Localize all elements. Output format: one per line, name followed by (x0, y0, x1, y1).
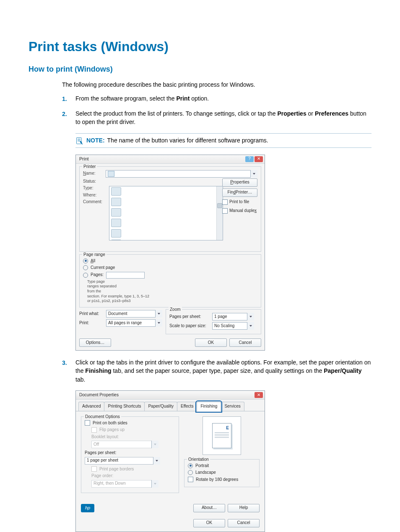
tab-printing-shortcuts[interactable]: Printing Shortcuts (104, 402, 145, 411)
group-label: Document Options (84, 414, 121, 420)
chevron-down-icon[interactable] (155, 310, 162, 318)
printer-name-dropdown[interactable] (106, 170, 257, 178)
ok-button[interactable]: OK (195, 338, 227, 347)
list-item[interactable] (109, 218, 223, 228)
name-label: Name: (83, 170, 103, 177)
tab-effects[interactable]: Effects (177, 402, 197, 411)
section-heading: How to print (Windows) (29, 64, 371, 75)
group-label: Zoom (169, 307, 182, 313)
pages-per-sheet-label: Pages per sheet: (85, 450, 175, 456)
page-range-group: Page range All Current page Pages: Type … (79, 254, 261, 307)
manual-duplex-checkbox[interactable]: Manual duplex (222, 207, 257, 214)
document-options-group: Document Options Print on both sides Fli… (81, 416, 179, 493)
step-1-text: From the software program, select the Pr… (75, 94, 371, 103)
tab-paper-quality[interactable]: Paper/Quality (144, 402, 177, 411)
step-number: 1. (62, 94, 75, 103)
chevron-down-icon (151, 441, 158, 448)
comment-label: Comment: (83, 199, 103, 205)
find-printer-button[interactable]: Find Printer… (222, 189, 257, 197)
print-what-select[interactable]: Document (106, 310, 162, 318)
printer-icon (111, 208, 121, 217)
orientation-group: Orientation Portrait Landscape Rotate by… (184, 459, 260, 488)
radio-pages[interactable]: Pages: (83, 272, 257, 279)
tabs: Advanced Printing Shortcuts Paper/Qualit… (76, 400, 265, 411)
intro-text: The following procedure describes the ba… (62, 80, 371, 89)
printer-icon (111, 198, 121, 206)
printer-icon (111, 229, 121, 238)
pages-per-sheet-select[interactable]: 1 page (212, 313, 254, 320)
chevron-down-icon[interactable] (155, 319, 162, 327)
radio-all[interactable]: All (83, 258, 257, 264)
printer-icon (111, 240, 121, 240)
pps-label: Pages per sheet: (169, 314, 210, 320)
zoom-group: Zoom Pages per sheet: 1 page Scale to pa… (166, 309, 261, 334)
dialog-titlebar: Document Properties ✕ (76, 391, 265, 400)
page-title: Print tasks (Windows) (29, 37, 371, 56)
print-page-borders-checkbox: Print page borders (91, 466, 175, 473)
pages-input[interactable] (106, 272, 145, 279)
booklet-select: Off (91, 441, 158, 448)
step-3: 3. Click or tap the tabs in the print dr… (62, 358, 371, 386)
chevron-down-icon[interactable] (250, 170, 257, 178)
print-pages-select[interactable]: All pages in range (106, 319, 162, 327)
dialog-title: Document Properties (79, 392, 119, 398)
list-item[interactable] (109, 239, 223, 240)
printer-group: Printer Name: Status: Type: Where: Comme… (79, 166, 261, 252)
list-item[interactable] (109, 207, 223, 218)
step-number: 2. (62, 109, 75, 118)
print-to-file-checkbox[interactable]: Print to file (222, 199, 257, 206)
preview-sheet-icon (212, 423, 231, 448)
chevron-down-icon (151, 480, 158, 488)
close-icon[interactable]: ✕ (255, 392, 263, 398)
group-label: Printer (82, 164, 97, 170)
ok-button[interactable]: OK (193, 519, 225, 527)
page-order-label: Page order: (91, 473, 175, 479)
scale-select[interactable]: No Scaling (212, 322, 254, 330)
list-item[interactable] (109, 197, 223, 207)
radio-current-page[interactable]: Current page (83, 265, 257, 271)
tab-finishing[interactable]: Finishing (197, 402, 221, 411)
step-2-text: Select the product from the list of prin… (75, 109, 371, 127)
note-block: NOTE:The name of the button varies for d… (75, 133, 371, 148)
booklet-label: Booklet layout: (91, 434, 175, 440)
flip-pages-checkbox: Flip pages up (91, 427, 175, 433)
tab-services[interactable]: Services (221, 402, 244, 411)
list-item[interactable] (109, 186, 223, 197)
step-number: 3. (62, 358, 75, 367)
chevron-down-icon[interactable] (247, 313, 254, 320)
radio-portrait[interactable]: Portrait (188, 463, 256, 469)
radio-landscape[interactable]: Landscape (188, 470, 256, 476)
printer-icon (111, 187, 121, 196)
step-3-text: Click or tap the tabs in the print drive… (75, 358, 371, 384)
help-button[interactable]: Help (228, 504, 260, 512)
page-range-hint: Type page ranges separated from the sect… (87, 279, 257, 304)
print-label: Print: (79, 320, 104, 326)
scrollbar-thumb[interactable] (217, 203, 222, 208)
cancel-button[interactable]: Cancel (228, 519, 260, 527)
list-item[interactable] (109, 228, 223, 239)
chevron-down-icon[interactable] (153, 457, 160, 465)
pages-per-sheet-select[interactable]: 1 page per sheet (85, 457, 160, 465)
step-1: 1. From the software program, select the… (62, 94, 371, 105)
print-both-sides-checkbox[interactable]: Print on both sides (85, 420, 175, 426)
group-label: Orientation (187, 457, 210, 463)
where-label: Where: (83, 192, 103, 199)
options-button[interactable]: Options… (79, 338, 111, 347)
scrollbar[interactable] (216, 186, 223, 240)
group-label: Page range (82, 252, 106, 258)
rotate-180-checkbox[interactable]: Rotate by 180 degrees (188, 477, 256, 483)
close-icon[interactable]: ✕ (255, 156, 263, 162)
tab-advanced[interactable]: Advanced (78, 402, 104, 411)
print-dialog-screenshot: Print ? ✕ Printer Name: Status: Type: Wh… (75, 155, 265, 351)
dialog-titlebar: Print ? ✕ (76, 155, 265, 164)
printer-list[interactable] (109, 186, 223, 240)
properties-button[interactable]: Properties (222, 178, 257, 187)
properties-dialog-screenshot: Document Properties ✕ Advanced Printing … (75, 390, 265, 532)
about-button[interactable]: About… (193, 504, 225, 512)
printer-icon (108, 171, 114, 177)
printer-icon (111, 219, 121, 227)
cancel-button[interactable]: Cancel (229, 338, 261, 347)
chevron-down-icon[interactable] (247, 322, 254, 330)
help-icon[interactable]: ? (245, 156, 254, 162)
print-what-label: Print what: (79, 311, 104, 317)
